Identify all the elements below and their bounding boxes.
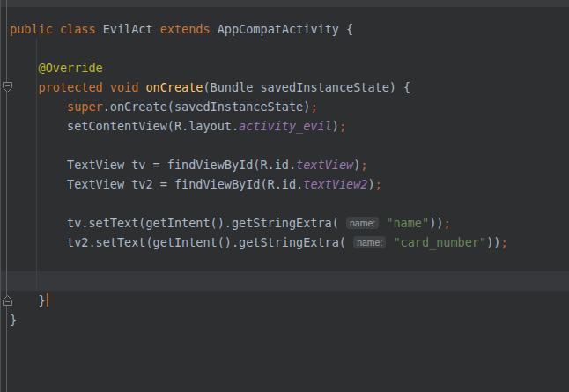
- code-line-13[interactable]: [10, 252, 569, 271]
- code-token: AppCompatActivity {: [218, 22, 353, 36]
- editor-left-border: [0, 0, 1, 392]
- code-line-9[interactable]: TextView tv2 = findViewById(R.id.textVie…: [10, 174, 569, 194]
- code-line-2[interactable]: [10, 39, 569, 58]
- code-line-3[interactable]: @Override: [10, 58, 569, 78]
- code-line-1[interactable]: public class EvilAct extends AppCompatAc…: [10, 19, 569, 39]
- code-token: "card_number": [393, 235, 486, 249]
- code-token: ;: [375, 177, 382, 191]
- code-editor: public class EvilAct extends AppCompatAc…: [0, 0, 569, 392]
- code-line-0[interactable]: [10, 0, 569, 19]
- code-line-6[interactable]: setContentView(R.layout.activity_evil);: [10, 116, 569, 136]
- code-line-16[interactable]: }: [10, 310, 569, 329]
- code-line-7[interactable]: [10, 136, 569, 155]
- gutter-fold-line: [6, 0, 7, 392]
- code-line-14[interactable]: [10, 271, 569, 291]
- code-token: )): [429, 216, 443, 230]
- code-token: activity_evil: [239, 119, 332, 133]
- code-line-10[interactable]: [10, 194, 569, 213]
- code-token: ;: [500, 235, 507, 249]
- code-token: ): [332, 119, 339, 133]
- code-token: @Override: [39, 61, 103, 75]
- code-token: ;: [339, 119, 346, 133]
- parameter-hint-badge: name:: [353, 236, 386, 248]
- code-token: }: [10, 313, 17, 327]
- code-token: super: [67, 100, 103, 114]
- code-token: [10, 100, 67, 114]
- code-line-8[interactable]: TextView tv = findViewById(R.id.textView…: [10, 155, 569, 174]
- code-token: "name": [386, 216, 429, 230]
- code-token: TextView tv2 = findViewById(R.id.: [10, 177, 303, 191]
- code-token: (Bundle savedInstanceState) {: [203, 80, 410, 94]
- code-token: textView: [296, 158, 353, 172]
- parameter-hint-badge: name:: [346, 217, 379, 229]
- code-token: }: [10, 293, 46, 307]
- code-token: .onCreate(savedInstanceState): [103, 100, 311, 114]
- code-token: extends: [160, 22, 218, 36]
- code-token: onCreate: [145, 80, 203, 94]
- code-token: ;: [310, 100, 317, 114]
- code-token: protected void: [39, 80, 146, 94]
- code-token: [10, 61, 39, 75]
- code-token: TextView tv = findViewById(R.id.: [10, 158, 296, 172]
- code-line-15[interactable]: }: [10, 291, 569, 310]
- code-line-5[interactable]: super.onCreate(savedInstanceState);: [10, 97, 569, 116]
- code-line-11[interactable]: tv.setText(getIntent().getStringExtra( n…: [10, 213, 569, 233]
- code-token: setContentView(R.layout.: [10, 119, 239, 133]
- code-token: ;: [443, 216, 450, 230]
- code-token: tv.setText(getIntent().getStringExtra(: [10, 216, 346, 230]
- code-token: public class: [10, 22, 103, 36]
- code-token: )): [486, 235, 500, 249]
- code-token: tv2.setText(getIntent().getStringExtra(: [10, 235, 353, 249]
- code-token: EvilAct: [103, 22, 160, 36]
- code-line-12[interactable]: tv2.setText(getIntent().getStringExtra( …: [10, 233, 569, 252]
- code-token: textView2: [303, 177, 367, 191]
- text-caret: [47, 293, 48, 307]
- code-token: ): [367, 177, 374, 191]
- code-lines[interactable]: public class EvilAct extends AppCompatAc…: [10, 0, 569, 329]
- code-line-4[interactable]: protected void onCreate(Bundle savedInst…: [10, 78, 569, 97]
- code-token: [10, 80, 39, 94]
- code-token: ;: [360, 158, 367, 172]
